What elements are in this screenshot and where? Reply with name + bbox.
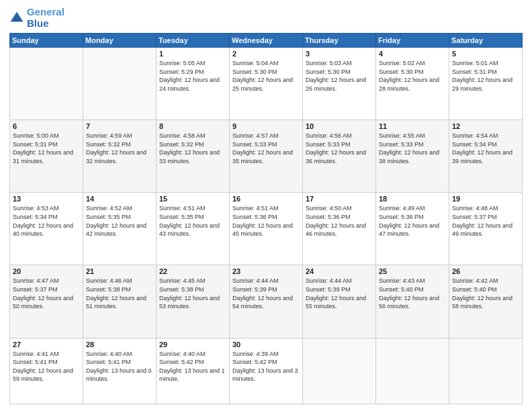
day-info: Sunrise: 4:44 AM Sunset: 5:39 PM Dayligh… [306,277,373,310]
calendar-cell: 27Sunrise: 4:41 AM Sunset: 5:41 PM Dayli… [10,338,83,404]
calendar-cell: 10Sunrise: 4:56 AM Sunset: 5:33 PM Dayli… [303,120,376,193]
calendar-cell: 23Sunrise: 4:44 AM Sunset: 5:39 PM Dayli… [230,265,303,338]
day-info: Sunrise: 5:02 AM Sunset: 5:30 PM Dayligh… [379,59,446,93]
day-number: 27 [13,340,80,349]
day-number: 13 [13,195,80,203]
day-info: Sunrise: 5:04 AM Sunset: 5:30 PM Dayligh… [232,59,300,93]
calendar-cell: 26Sunrise: 4:42 AM Sunset: 5:40 PM Dayli… [449,265,523,338]
calendar-cell: 8Sunrise: 4:58 AM Sunset: 5:32 PM Daylig… [157,120,230,193]
day-info: Sunrise: 4:51 AM Sunset: 5:35 PM Dayligh… [159,204,226,238]
day-info: Sunrise: 4:54 AM Sunset: 5:34 PM Dayligh… [452,132,519,165]
calendar-cell: 2Sunrise: 5:04 AM Sunset: 5:30 PM Daylig… [230,48,303,120]
day-number: 1 [159,50,226,58]
weekday-header-thursday: Thursday [303,34,376,48]
day-number: 19 [452,195,519,203]
calendar-week-3: 13Sunrise: 4:53 AM Sunset: 5:34 PM Dayli… [10,193,523,265]
day-number: 28 [86,340,153,349]
weekday-header-saturday: Saturday [449,34,523,48]
day-number: 22 [159,267,226,275]
calendar-cell: 22Sunrise: 4:45 AM Sunset: 5:38 PM Dayli… [157,265,230,338]
day-info: Sunrise: 5:00 AM Sunset: 5:31 PM Dayligh… [13,132,80,165]
day-number: 30 [232,340,300,349]
calendar-cell: 21Sunrise: 4:46 AM Sunset: 5:38 PM Dayli… [83,265,157,338]
weekday-header-wednesday: Wednesday [230,34,303,48]
calendar-week-2: 6Sunrise: 5:00 AM Sunset: 5:31 PM Daylig… [10,120,523,193]
day-number: 2 [232,50,300,58]
logo: General Blue [9,7,64,29]
calendar-cell: 7Sunrise: 4:59 AM Sunset: 5:32 PM Daylig… [83,120,157,193]
calendar-cell: 18Sunrise: 4:49 AM Sunset: 5:36 PM Dayli… [376,193,449,265]
day-number: 24 [306,267,373,275]
calendar-cell: 11Sunrise: 4:55 AM Sunset: 5:33 PM Dayli… [376,120,449,193]
day-number: 29 [159,340,226,349]
day-info: Sunrise: 4:41 AM Sunset: 5:41 PM Dayligh… [13,350,80,383]
calendar-cell: 19Sunrise: 4:48 AM Sunset: 5:37 PM Dayli… [449,193,523,265]
calendar-cell: 16Sunrise: 4:51 AM Sunset: 5:36 PM Dayli… [230,193,303,265]
calendar-cell: 30Sunrise: 4:39 AM Sunset: 5:42 PM Dayli… [230,338,303,404]
weekday-header-monday: Monday [83,34,157,48]
weekday-header-friday: Friday [376,34,449,48]
day-info: Sunrise: 4:43 AM Sunset: 5:40 PM Dayligh… [379,277,446,310]
day-info: Sunrise: 4:46 AM Sunset: 5:38 PM Dayligh… [86,277,153,310]
day-number: 26 [452,267,519,275]
day-info: Sunrise: 4:48 AM Sunset: 5:37 PM Dayligh… [452,204,519,238]
calendar-cell: 14Sunrise: 4:52 AM Sunset: 5:35 PM Dayli… [83,193,157,265]
calendar-cell: 28Sunrise: 4:40 AM Sunset: 5:41 PM Dayli… [83,338,157,404]
calendar-cell: 4Sunrise: 5:02 AM Sunset: 5:30 PM Daylig… [376,48,449,120]
day-number: 17 [306,195,373,203]
day-info: Sunrise: 4:55 AM Sunset: 5:33 PM Dayligh… [379,132,446,165]
day-info: Sunrise: 4:52 AM Sunset: 5:35 PM Dayligh… [86,204,153,238]
calendar-week-1: 1Sunrise: 5:05 AM Sunset: 5:29 PM Daylig… [10,48,523,120]
day-info: Sunrise: 4:57 AM Sunset: 5:33 PM Dayligh… [232,132,300,165]
calendar-cell: 9Sunrise: 4:57 AM Sunset: 5:33 PM Daylig… [230,120,303,193]
day-info: Sunrise: 4:45 AM Sunset: 5:38 PM Dayligh… [159,277,226,310]
day-number: 10 [306,122,373,130]
day-info: Sunrise: 4:42 AM Sunset: 5:40 PM Dayligh… [452,277,519,310]
calendar-cell: 29Sunrise: 4:40 AM Sunset: 5:42 PM Dayli… [157,338,230,404]
calendar-cell: 12Sunrise: 4:54 AM Sunset: 5:34 PM Dayli… [449,120,523,193]
day-info: Sunrise: 4:40 AM Sunset: 5:42 PM Dayligh… [159,350,226,383]
calendar-cell: 3Sunrise: 5:03 AM Sunset: 5:30 PM Daylig… [303,48,376,120]
calendar-body: 1Sunrise: 5:05 AM Sunset: 5:29 PM Daylig… [10,48,523,404]
page: General Blue SundayMondayTuesdayWednesda… [0,0,532,411]
calendar-cell: 25Sunrise: 4:43 AM Sunset: 5:40 PM Dayli… [376,265,449,338]
calendar-cell [303,338,376,404]
calendar-week-5: 27Sunrise: 4:41 AM Sunset: 5:41 PM Dayli… [10,338,523,404]
calendar-cell: 24Sunrise: 4:44 AM Sunset: 5:39 PM Dayli… [303,265,376,338]
day-info: Sunrise: 5:03 AM Sunset: 5:30 PM Dayligh… [306,59,373,93]
day-number: 8 [159,122,226,130]
day-number: 21 [86,267,153,275]
calendar-cell: 6Sunrise: 5:00 AM Sunset: 5:31 PM Daylig… [10,120,83,193]
calendar-cell: 17Sunrise: 4:50 AM Sunset: 5:36 PM Dayli… [303,193,376,265]
weekday-header-row: SundayMondayTuesdayWednesdayThursdayFrid… [10,34,523,48]
weekday-header-tuesday: Tuesday [157,34,230,48]
day-number: 15 [159,195,226,203]
day-info: Sunrise: 4:58 AM Sunset: 5:32 PM Dayligh… [159,132,226,165]
calendar-cell: 20Sunrise: 4:47 AM Sunset: 5:37 PM Dayli… [10,265,83,338]
day-info: Sunrise: 4:59 AM Sunset: 5:32 PM Dayligh… [86,132,153,165]
day-info: Sunrise: 4:47 AM Sunset: 5:37 PM Dayligh… [13,277,80,310]
calendar-week-4: 20Sunrise: 4:47 AM Sunset: 5:37 PM Dayli… [10,265,523,338]
day-number: 16 [232,195,300,203]
day-info: Sunrise: 5:01 AM Sunset: 5:31 PM Dayligh… [452,59,519,93]
day-number: 5 [452,50,519,58]
day-info: Sunrise: 4:44 AM Sunset: 5:39 PM Dayligh… [232,277,300,310]
day-info: Sunrise: 4:40 AM Sunset: 5:41 PM Dayligh… [86,350,153,383]
header: General Blue [9,7,523,29]
calendar-cell [376,338,449,404]
calendar-cell: 15Sunrise: 4:51 AM Sunset: 5:35 PM Dayli… [157,193,230,265]
weekday-header-sunday: Sunday [10,34,83,48]
day-info: Sunrise: 4:39 AM Sunset: 5:42 PM Dayligh… [232,350,300,383]
calendar-cell: 13Sunrise: 4:53 AM Sunset: 5:34 PM Dayli… [10,193,83,265]
day-info: Sunrise: 4:53 AM Sunset: 5:34 PM Dayligh… [13,204,80,238]
day-info: Sunrise: 4:49 AM Sunset: 5:36 PM Dayligh… [379,204,446,238]
day-info: Sunrise: 4:56 AM Sunset: 5:33 PM Dayligh… [306,132,373,165]
day-info: Sunrise: 4:50 AM Sunset: 5:36 PM Dayligh… [306,204,373,238]
calendar-cell: 5Sunrise: 5:01 AM Sunset: 5:31 PM Daylig… [449,48,523,120]
day-number: 18 [379,195,446,203]
day-info: Sunrise: 5:05 AM Sunset: 5:29 PM Dayligh… [159,59,226,93]
day-number: 3 [306,50,373,58]
day-number: 6 [13,122,80,130]
day-number: 14 [86,195,153,203]
day-number: 12 [452,122,519,130]
